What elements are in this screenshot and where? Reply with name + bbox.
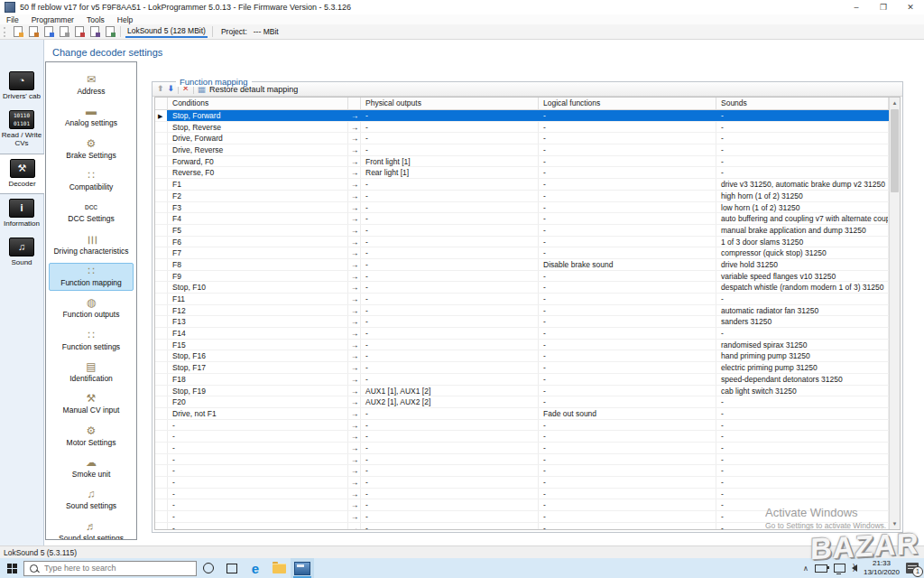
sounds-cell[interactable]: - <box>716 431 889 442</box>
read-decoder-icon[interactable] <box>58 26 69 37</box>
conditions-cell[interactable]: Stop, F10 <box>168 282 348 293</box>
physical-outputs-cell[interactable]: - <box>361 213 539 224</box>
column-header-sounds[interactable]: Sounds <box>716 98 889 109</box>
conditions-cell[interactable]: F12 <box>168 305 348 316</box>
logical-functions-cell[interactable]: Fade out sound <box>539 408 716 419</box>
sounds-cell[interactable]: cab light switch 31250 <box>716 386 889 396</box>
logical-functions-cell[interactable]: - <box>539 362 716 373</box>
menu-programmer[interactable]: Programmer <box>25 15 80 24</box>
mapping-row[interactable]: -→--- <box>155 499 889 511</box>
sounds-cell[interactable]: automatic radiator fan 31250 <box>716 305 889 316</box>
mapping-row[interactable]: Stop, F17→--electric priming pump 31250 <box>155 362 889 374</box>
conditions-cell[interactable]: F5 <box>168 225 348 236</box>
logical-functions-cell[interactable]: - <box>539 294 716 304</box>
mapping-row[interactable]: Drive, Forward→--- <box>155 133 889 144</box>
mapping-row[interactable]: F3→--low horn (1 of 2) 31250 <box>155 202 889 214</box>
detect-decoder-icon[interactable] <box>104 26 116 37</box>
conditions-cell[interactable]: Forward, F0 <box>168 156 348 167</box>
nav-item-address[interactable]: ✉Address <box>49 71 134 99</box>
logical-functions-cell[interactable]: - <box>539 213 716 224</box>
conditions-cell[interactable]: F7 <box>168 247 348 258</box>
sounds-cell[interactable]: auto buffering and coupling v7 with alte… <box>716 213 889 224</box>
physical-outputs-cell[interactable]: - <box>361 294 539 304</box>
open-project-icon[interactable] <box>27 26 39 37</box>
mapping-row[interactable]: F20→AUX2 [1], AUX2 [2]-- <box>155 396 889 408</box>
logical-functions-cell[interactable]: - <box>539 305 716 316</box>
sounds-cell[interactable]: - <box>716 511 889 522</box>
scrollbar-thumb[interactable] <box>891 109 899 192</box>
physical-outputs-cell[interactable]: - <box>361 408 539 419</box>
new-project-icon[interactable] <box>12 26 23 37</box>
mapping-row[interactable]: Drive, Reverse→--- <box>155 144 889 156</box>
mapping-row[interactable]: F6→--1 of 3 door slams 31250 <box>155 237 889 248</box>
logical-functions-cell[interactable]: - <box>539 523 716 529</box>
close-button[interactable]: ✕ <box>897 0 924 14</box>
physical-outputs-cell[interactable]: - <box>361 202 539 213</box>
sounds-cell[interactable]: - <box>716 477 889 488</box>
conditions-cell[interactable]: F11 <box>168 294 348 304</box>
conditions-cell[interactable]: Drive, Reverse <box>168 144 348 155</box>
logical-functions-cell[interactable]: - <box>539 237 716 247</box>
menu-tools[interactable]: Tools <box>80 15 111 24</box>
logical-functions-cell[interactable]: - <box>539 396 716 407</box>
rail-item-drivers-cab[interactable]: ◔Drivers' cab <box>0 67 43 106</box>
logical-functions-cell[interactable]: - <box>539 340 716 350</box>
physical-outputs-cell[interactable]: - <box>361 499 539 510</box>
conditions-cell[interactable]: - <box>168 477 348 488</box>
physical-outputs-cell[interactable]: - <box>361 477 539 488</box>
mapping-row[interactable]: F2→--high horn (1 of 2) 31250 <box>155 191 889 202</box>
physical-outputs-cell[interactable]: - <box>361 350 539 361</box>
logical-functions-cell[interactable]: - <box>539 156 716 167</box>
logical-functions-cell[interactable]: - <box>539 247 716 258</box>
sounds-cell[interactable]: - <box>716 122 889 133</box>
sounds-cell[interactable]: sanders 31250 <box>716 316 889 327</box>
mapping-row[interactable]: ▶Stop, Forward→--- <box>155 110 889 122</box>
conditions-cell[interactable]: - <box>168 499 348 510</box>
sounds-cell[interactable]: - <box>716 133 889 144</box>
sounds-cell[interactable]: - <box>716 110 889 121</box>
rail-item-decoder[interactable]: ⚒Decoder <box>0 154 44 194</box>
physical-outputs-cell[interactable]: - <box>361 328 539 339</box>
nav-item-sound-settings[interactable]: ♫Sound settings <box>49 486 134 514</box>
mapping-row[interactable]: Reverse, F0→Rear light [1]-- <box>155 167 889 179</box>
task-view-button[interactable] <box>220 558 244 578</box>
conditions-cell[interactable]: Stop, F17 <box>168 362 348 373</box>
conditions-cell[interactable]: - <box>168 431 348 442</box>
mapping-row[interactable]: F15→--randomised spirax 31250 <box>155 340 889 351</box>
mapping-row[interactable]: F9→--variable speed flanges v10 31250 <box>155 271 889 283</box>
logical-functions-cell[interactable]: - <box>539 202 716 213</box>
physical-outputs-cell[interactable]: - <box>361 465 539 476</box>
start-button[interactable] <box>0 558 23 578</box>
logical-functions-cell[interactable]: - <box>539 179 716 190</box>
column-header-conditions[interactable]: Conditions <box>168 98 348 109</box>
logical-functions-cell[interactable]: - <box>539 191 716 201</box>
nav-item-function-settings[interactable]: ∷Function settings <box>49 327 134 355</box>
programmer-icon[interactable] <box>88 26 100 37</box>
menu-help[interactable]: Help <box>111 15 139 24</box>
physical-outputs-cell[interactable]: - <box>361 259 539 270</box>
nav-item-brake-settings[interactable]: ⚙Brake Settings <box>49 135 134 163</box>
network-display-icon[interactable] <box>834 564 845 573</box>
move-up-button[interactable]: ⬆ <box>157 83 164 95</box>
conditions-cell[interactable]: - <box>168 523 348 529</box>
sounds-cell[interactable]: - <box>716 499 889 510</box>
taskbar-search[interactable] <box>23 561 197 576</box>
sounds-cell[interactable]: - <box>716 454 889 465</box>
conditions-cell[interactable]: F6 <box>168 237 348 247</box>
minimize-button[interactable]: – <box>843 0 870 14</box>
physical-outputs-cell[interactable]: - <box>361 282 539 293</box>
file-explorer-button[interactable] <box>267 558 291 578</box>
sounds-cell[interactable]: 1 of 3 door slams 31250 <box>716 237 889 247</box>
conditions-cell[interactable]: - <box>168 511 348 522</box>
sounds-cell[interactable]: - <box>716 489 889 499</box>
sounds-cell[interactable]: - <box>716 156 889 167</box>
logical-functions-cell[interactable]: - <box>539 122 716 133</box>
nav-item-sound-slot-settings[interactable]: ♬Sound slot settings <box>49 518 134 540</box>
physical-outputs-cell[interactable]: - <box>361 247 539 258</box>
conditions-cell[interactable]: F18 <box>168 374 348 385</box>
conditions-cell[interactable]: F20 <box>168 396 348 407</box>
physical-outputs-cell[interactable]: - <box>361 362 539 373</box>
physical-outputs-cell[interactable]: - <box>361 122 539 133</box>
logical-functions-cell[interactable]: - <box>539 328 716 339</box>
physical-outputs-cell[interactable]: - <box>361 374 539 385</box>
